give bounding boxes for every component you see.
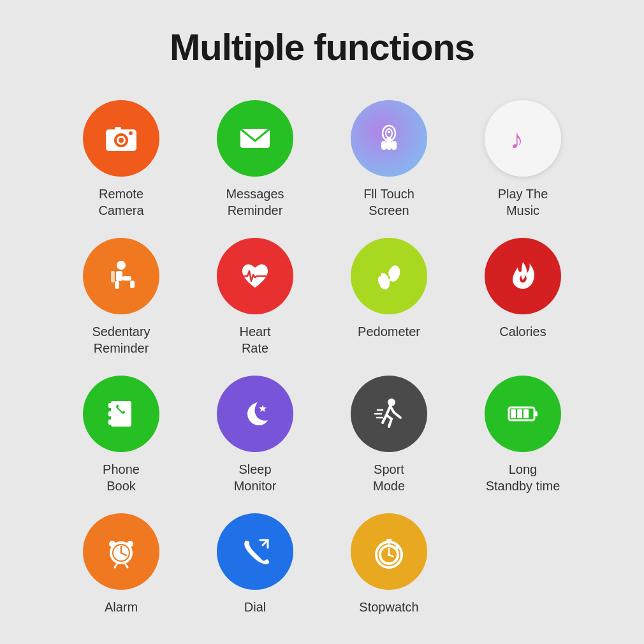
phone-book-icon-bg [83, 376, 159, 452]
svg-rect-44 [517, 409, 522, 418]
svg-rect-7 [386, 137, 392, 150]
heart-rate-icon-bg [217, 238, 293, 314]
messages-reminder-icon [236, 119, 274, 157]
messages-reminder-label: MessagesReminder [226, 186, 284, 219]
svg-text:♪: ♪ [510, 124, 523, 154]
alarm-icon [102, 532, 140, 571]
svg-point-52 [127, 541, 133, 547]
stopwatch-icon-bg [351, 513, 427, 590]
remote-camera-icon-bg [83, 100, 159, 177]
svg-rect-8 [381, 141, 386, 150]
svg-point-24 [376, 279, 378, 281]
dial-label: Dial [244, 599, 266, 615]
svg-rect-33 [108, 403, 112, 408]
pedometer-icon [370, 257, 408, 295]
svg-point-31 [388, 276, 390, 279]
svg-line-53 [115, 564, 117, 567]
dial-icon-bg [217, 513, 293, 590]
sleep-monitor-icon-bg [217, 376, 293, 452]
full-touch-screen-icon [370, 119, 408, 157]
svg-point-65 [388, 553, 390, 556]
svg-rect-15 [116, 271, 122, 281]
svg-rect-34 [108, 411, 112, 416]
svg-point-30 [386, 274, 389, 276]
svg-rect-45 [523, 409, 529, 418]
alarm-label: Alarm [105, 599, 138, 615]
phone-book-label: PhoneBook [103, 461, 140, 494]
svg-marker-36 [259, 405, 267, 412]
item-long-standby: LongStandby time [465, 376, 580, 494]
play-music-icon: ♪ [504, 119, 542, 157]
dial-icon [236, 532, 274, 571]
item-messages-reminder: MessagesReminder [198, 100, 312, 219]
sedentary-reminder-icon [102, 257, 140, 295]
svg-point-22 [378, 274, 381, 277]
svg-point-3 [119, 138, 124, 143]
svg-rect-17 [115, 281, 119, 289]
svg-rect-19 [111, 271, 115, 282]
item-stopwatch: Stopwatch [332, 513, 446, 615]
sedentary-reminder-icon-bg [83, 238, 159, 314]
item-remote-camera: RemoteCamera [64, 100, 179, 219]
item-sleep-monitor: SleepMonitor [198, 376, 312, 494]
full-touch-screen-icon-bg [351, 100, 427, 177]
svg-rect-16 [122, 276, 131, 281]
svg-point-23 [376, 276, 379, 279]
item-pedometer: Pedometer [332, 238, 446, 356]
item-phone-book: PhoneBook [64, 376, 179, 494]
calories-icon [504, 257, 542, 295]
svg-line-54 [126, 564, 128, 567]
stopwatch-label: Stopwatch [359, 599, 418, 615]
full-touch-screen-label: Fll TouchScreen [363, 186, 414, 219]
item-heart-rate: HeartRate [198, 238, 312, 356]
item-sedentary-reminder: SedentaryReminder [64, 238, 179, 356]
item-full-touch-screen: Fll TouchScreen [332, 100, 446, 219]
sleep-monitor-icon [236, 395, 274, 433]
long-standby-label: LongStandby time [486, 461, 560, 494]
svg-rect-35 [108, 420, 112, 425]
svg-rect-42 [534, 411, 538, 416]
sport-mode-icon-bg [351, 376, 427, 452]
item-calories: Calories [465, 238, 580, 356]
item-sport-mode: SportMode [332, 376, 446, 494]
svg-point-29 [386, 271, 388, 274]
item-dial: Dial [198, 513, 312, 615]
svg-point-28 [386, 268, 389, 271]
svg-rect-4 [115, 127, 121, 131]
sport-mode-label: SportMode [373, 461, 405, 494]
sleep-monitor-label: SleepMonitor [234, 461, 277, 494]
svg-point-27 [388, 266, 392, 269]
remote-camera-icon [102, 119, 140, 157]
svg-point-26 [377, 284, 380, 286]
calories-label: Calories [499, 323, 546, 340]
svg-rect-9 [392, 141, 397, 150]
sedentary-reminder-label: SedentaryReminder [92, 323, 150, 356]
sport-mode-icon [370, 395, 408, 433]
play-music-icon-bg: ♪ [485, 100, 561, 177]
heart-rate-icon [236, 257, 274, 295]
remote-camera-label: RemoteCamera [98, 186, 143, 219]
svg-point-25 [376, 281, 379, 284]
svg-point-14 [117, 261, 126, 270]
pedometer-label: Pedometer [358, 323, 420, 340]
page-title: Multiple functions [170, 26, 474, 68]
alarm-icon-bg [83, 513, 159, 590]
calories-icon-bg [485, 238, 561, 314]
pedometer-icon-bg [351, 238, 427, 314]
functions-grid: RemoteCamera MessagesReminder Fll TouchS… [64, 100, 580, 615]
svg-point-5 [129, 131, 133, 135]
play-music-label: Play TheMusic [498, 186, 548, 219]
stopwatch-icon [370, 532, 408, 571]
svg-rect-18 [130, 281, 135, 288]
svg-point-12 [388, 131, 390, 133]
svg-rect-32 [111, 401, 131, 427]
item-play-music: ♪ Play TheMusic [465, 100, 580, 219]
svg-rect-43 [511, 409, 516, 418]
long-standby-icon-bg [485, 376, 561, 452]
item-alarm: Alarm [64, 513, 179, 615]
heart-rate-label: HeartRate [240, 323, 271, 356]
long-standby-icon [504, 395, 542, 433]
messages-reminder-icon-bg [217, 100, 293, 177]
svg-point-51 [109, 541, 115, 547]
phone-book-icon [102, 395, 140, 433]
